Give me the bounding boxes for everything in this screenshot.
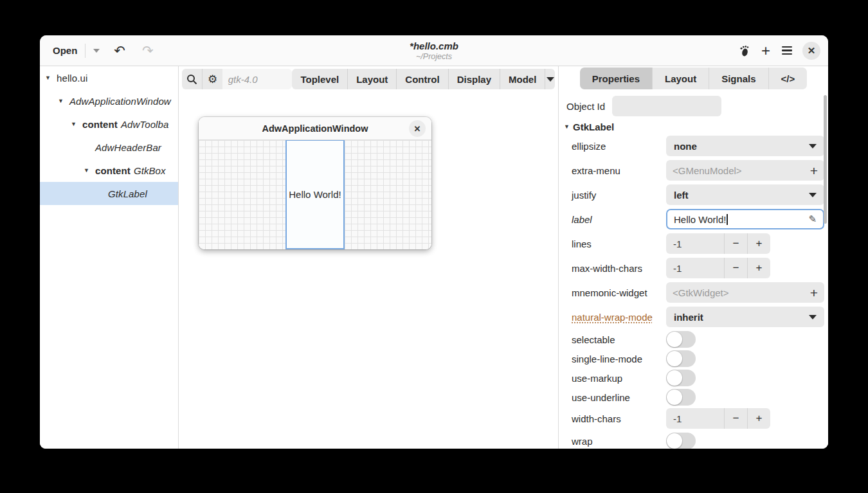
tree-item-adwheaderbar[interactable]: AdwHeaderBar xyxy=(40,136,178,159)
chevron-down-icon xyxy=(547,77,554,82)
inspector-tabs: PropertiesLayoutSignals</> xyxy=(580,67,807,89)
hamburger-menu-icon[interactable] xyxy=(781,44,793,57)
tab-properties[interactable]: Properties xyxy=(580,67,652,89)
property-name-mnemonic-widget: mnemonic-widget xyxy=(572,287,666,298)
property-row-width-chars: width-chars-1−+ xyxy=(559,408,823,429)
expander-icon[interactable]: ▼ xyxy=(84,167,95,174)
expander-icon[interactable]: ▼ xyxy=(45,75,57,81)
placeholder-grid-right[interactable] xyxy=(345,140,431,249)
tree-item-label: AdwApplicationWindow xyxy=(69,96,171,107)
inspector-panel: PropertiesLayoutSignals</> Object Id ▼ G… xyxy=(558,66,828,449)
property-name-width-chars: width-chars xyxy=(572,413,666,424)
tab-signals[interactable]: Signals xyxy=(709,67,768,89)
extra-menu-object-field[interactable]: <GMenuModel>+ xyxy=(666,160,824,181)
tree-item-label: hello.ui xyxy=(57,73,87,84)
expander-icon[interactable]: ▼ xyxy=(564,123,573,130)
placeholder-grid-left[interactable] xyxy=(199,140,285,249)
redo-icon[interactable]: ↷ xyxy=(136,42,160,58)
property-name-use-markup: use-markup xyxy=(572,373,666,384)
selected-label-widget[interactable]: Hello World! xyxy=(285,139,345,249)
workspace: ⚙ gtk-4.0 ToplevelLayoutControlDisplayMo… xyxy=(179,66,558,449)
scrollbar-thumb[interactable] xyxy=(824,95,827,224)
widget-category-filters: ToplevelLayoutControlDisplayModel xyxy=(292,69,555,89)
window-close-button[interactable]: ✕ xyxy=(802,42,820,60)
property-name-use-underline: use-underline xyxy=(572,392,666,403)
mnemonic-widget-object-field[interactable]: <GtkWidget>+ xyxy=(666,282,824,303)
filter-more-button[interactable] xyxy=(545,69,555,89)
spin-value[interactable]: -1 xyxy=(666,233,724,254)
preview-close-icon[interactable]: ✕ xyxy=(409,120,426,137)
spin-decrement-button[interactable]: − xyxy=(724,233,747,254)
spin-decrement-button[interactable]: − xyxy=(724,258,747,278)
gear-icon[interactable]: ⚙ xyxy=(202,69,222,89)
tree-item-label: AdwToolba xyxy=(121,119,169,130)
property-row-use-markup: use-markup xyxy=(559,370,823,386)
spin-value[interactable]: -1 xyxy=(666,408,724,429)
add-object-icon[interactable]: + xyxy=(810,286,818,300)
object-id-input[interactable] xyxy=(612,96,721,116)
filter-display-button[interactable]: Display xyxy=(448,69,500,89)
edit-pencil-icon[interactable]: ✎ xyxy=(808,213,817,225)
property-name-single-line-mode: single-line-mode xyxy=(572,354,666,364)
property-name-max-width-chars: max-width-chars xyxy=(572,263,666,274)
class-section-header[interactable]: ▼ GtkLabel xyxy=(559,119,823,134)
spin-increment-button[interactable]: + xyxy=(747,258,770,278)
property-row-label: labelHello World!✎ xyxy=(559,209,823,229)
text-cursor xyxy=(727,214,728,225)
design-canvas: AdwApplicationWindow ✕ Hello World! xyxy=(179,92,558,449)
property-name-justify: justify xyxy=(572,190,666,201)
properties-pane: Object Id ▼ GtkLabel ellipsizenoneextra-… xyxy=(559,89,828,449)
spin-increment-button[interactable]: + xyxy=(747,233,770,254)
search-input[interactable]: gtk-4.0 xyxy=(222,69,293,89)
tree-item-adwapplicationwindow[interactable]: ▼AdwApplicationWindow xyxy=(40,89,178,112)
spin-increment-button[interactable]: + xyxy=(747,408,770,429)
tab-layout[interactable]: Layout xyxy=(652,67,709,89)
width-chars-spinbutton[interactable]: -1−+ xyxy=(666,408,770,429)
ellipsize-dropdown[interactable]: none xyxy=(666,136,824,156)
undo-icon[interactable]: ↶ xyxy=(107,42,132,58)
headerbar: Open ↶ ↷ *hello.cmb ~/Projects xyxy=(40,35,828,66)
tree-item-gtklabel[interactable]: GtkLabel xyxy=(40,182,178,205)
add-project-icon[interactable]: + xyxy=(760,43,772,58)
label-text-input[interactable]: Hello World!✎ xyxy=(666,209,824,229)
object-placeholder: <GtkWidget> xyxy=(673,287,729,298)
expander-icon[interactable]: ▼ xyxy=(58,98,69,104)
tree-item-gtkbox[interactable]: ▼contentGtkBox xyxy=(40,159,178,182)
spin-value[interactable]: -1 xyxy=(666,258,724,278)
natural-wrap-mode-dropdown[interactable]: inherit xyxy=(666,307,824,327)
property-row-wrap: wrap xyxy=(559,433,823,449)
justify-dropdown[interactable]: left xyxy=(666,184,824,205)
lines-spinbutton[interactable]: -1−+ xyxy=(666,233,770,254)
filter-model-button[interactable]: Model xyxy=(500,69,545,89)
open-dropdown-arrow-icon[interactable] xyxy=(93,49,100,53)
add-object-icon[interactable]: + xyxy=(810,164,818,177)
use-markup-toggle[interactable] xyxy=(666,370,696,386)
property-row-justify: justifyleft xyxy=(559,184,823,205)
preview-window[interactable]: AdwApplicationWindow ✕ Hello World! xyxy=(199,117,431,249)
tree-item-prefix: content xyxy=(82,119,118,130)
single-line-mode-toggle[interactable] xyxy=(666,350,696,367)
tree-item-hello.ui[interactable]: ▼hello.ui xyxy=(40,66,178,89)
property-row-extra-menu: extra-menu<GMenuModel>+ xyxy=(559,160,823,181)
filter-control-button[interactable]: Control xyxy=(396,69,448,89)
use-underline-toggle[interactable] xyxy=(666,389,696,406)
spin-decrement-button[interactable]: − xyxy=(724,408,747,429)
expander-icon[interactable]: ▼ xyxy=(71,121,82,127)
tree-item-label: GtkLabel xyxy=(108,188,147,199)
search-icon[interactable] xyxy=(182,69,202,89)
filter-layout-button[interactable]: Layout xyxy=(347,69,396,89)
tree-item-adwtoolba[interactable]: ▼contentAdwToolba xyxy=(40,112,178,136)
filter-toplevel-button[interactable]: Toplevel xyxy=(292,69,347,89)
toggle-knob xyxy=(667,370,682,386)
selectable-toggle[interactable] xyxy=(666,331,696,348)
open-button[interactable]: Open xyxy=(49,42,81,59)
gnome-foot-icon[interactable] xyxy=(738,44,751,57)
tree-item-prefix: content xyxy=(95,165,131,176)
tab-[interactable]: </> xyxy=(768,67,808,89)
property-row-single-line-mode: single-line-mode xyxy=(559,350,823,367)
text-value: Hello World! xyxy=(674,214,726,225)
object-placeholder: <GMenuModel> xyxy=(673,165,742,176)
wrap-toggle[interactable] xyxy=(666,433,696,449)
workspace-toolbar: ⚙ gtk-4.0 ToplevelLayoutControlDisplayMo… xyxy=(179,66,558,92)
max-width-chars-spinbutton[interactable]: -1−+ xyxy=(666,258,770,278)
